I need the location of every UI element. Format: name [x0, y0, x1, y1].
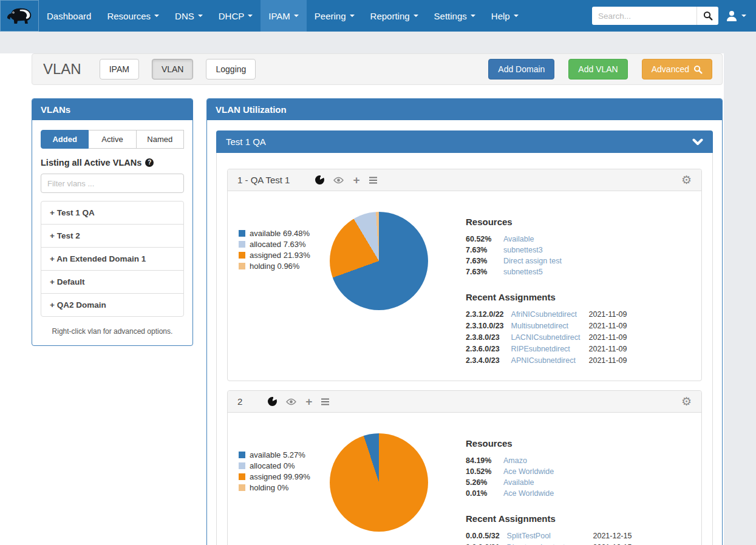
- provision-logo[interactable]: [0, 0, 39, 32]
- assignment-date: 2021-11-09: [588, 345, 627, 353]
- assignment-link[interactable]: Multisubnetdirect: [511, 322, 581, 330]
- collapse-chevron-icon[interactable]: [692, 138, 703, 146]
- vlan-list-item[interactable]: + Test 1 QA: [41, 201, 183, 224]
- legend-item: available 69.48%: [239, 229, 324, 238]
- resource-link[interactable]: Amazo: [503, 456, 554, 465]
- plus-icon[interactable]: +: [305, 398, 312, 406]
- resource-link[interactable]: Available: [503, 235, 562, 243]
- search-input[interactable]: [592, 7, 696, 25]
- assignment-date: 2021-11-09: [588, 310, 627, 319]
- resource-percent: 84.19%: [466, 456, 503, 465]
- assignments-list: 0.0.0.5/32 SplitTestPool 2021-12-15 0.0.…: [466, 532, 632, 545]
- chevron-down-icon: [154, 15, 159, 17]
- listing-label: Listing all Active VLANs ?: [41, 158, 184, 168]
- chevron-down-icon: [350, 15, 355, 17]
- vlan-chart-panel-2: 2 +: [227, 390, 702, 545]
- nav-item-label: Dashboard: [47, 11, 91, 21]
- eye-icon[interactable]: [286, 398, 296, 405]
- nav-item[interactable]: Resources: [99, 0, 167, 32]
- header-action-button[interactable]: Add Domain: [488, 59, 554, 80]
- nav-item-label: IPAM: [268, 11, 290, 21]
- domain-group-body: 1 - QA Test 1 +: [216, 153, 713, 545]
- legend-swatch: [239, 230, 245, 237]
- vlan-filter-tabs: Added Active Named: [41, 130, 184, 149]
- plus-icon[interactable]: +: [353, 176, 359, 184]
- gear-icon[interactable]: ⚙: [681, 174, 692, 186]
- search-button[interactable]: [696, 7, 718, 25]
- assignment-link[interactable]: AfriNICsubnetdirect: [511, 310, 581, 319]
- legend-label: assigned 21.93%: [250, 251, 310, 260]
- assignment-date: 2021-11-09: [588, 356, 627, 365]
- domain-group-bar[interactable]: Test 1 QA: [216, 130, 713, 153]
- resources-list: 84.19% Amazo 10.52% Ace Worldwide 5.26% …: [466, 456, 632, 498]
- legend-label: allocated 7.63%: [250, 240, 306, 249]
- view-tab-button[interactable]: IPAM: [100, 59, 139, 80]
- chevron-down-icon: [471, 15, 475, 17]
- nav-item[interactable]: Reporting: [363, 0, 426, 32]
- assignment-block: 2.3.8.0/23: [466, 333, 504, 342]
- list-icon[interactable]: [321, 397, 329, 407]
- assignment-link[interactable]: APNICsubnetdirect: [511, 356, 581, 365]
- resource-percent: 60.52%: [466, 235, 503, 243]
- vlan-list-item[interactable]: + QA2 Domain: [41, 293, 183, 316]
- legend-item: available 5.27%: [239, 450, 324, 459]
- legend-label: available 69.48%: [250, 229, 310, 238]
- vlan-list-item[interactable]: + Test 2: [41, 224, 183, 247]
- list-icon[interactable]: [369, 175, 377, 185]
- legend-swatch: [239, 252, 245, 259]
- vlan-list-item[interactable]: + An Extended Domain 1: [41, 247, 183, 270]
- pie-chart-icon[interactable]: [268, 397, 277, 406]
- resource-link[interactable]: Available: [503, 478, 554, 487]
- help-icon[interactable]: ?: [145, 158, 154, 167]
- nav-item[interactable]: DNS: [167, 0, 211, 32]
- resource-percent: 5.26%: [466, 478, 503, 487]
- view-tab-button[interactable]: Logging: [206, 59, 256, 80]
- resource-percent: 7.63%: [466, 257, 503, 265]
- nav-item[interactable]: Dashboard: [39, 0, 99, 32]
- search-icon: [693, 65, 703, 74]
- nav-item-label: Resources: [107, 11, 151, 21]
- resources-heading: Resources: [466, 217, 627, 227]
- assignment-block: 0.0.0.5/32: [466, 532, 500, 540]
- vlan-filter-tab[interactable]: Named: [137, 130, 184, 149]
- resource-link[interactable]: Ace Worldwide: [503, 489, 554, 498]
- eye-icon[interactable]: [333, 177, 344, 184]
- vlan-filter-input[interactable]: [41, 174, 184, 193]
- nav-item[interactable]: IPAM: [261, 0, 307, 32]
- nav-item[interactable]: DHCP: [211, 0, 261, 32]
- legend-label: holding 0.96%: [250, 262, 299, 271]
- legend-item: assigned 21.93%: [239, 251, 324, 260]
- view-tab-button[interactable]: VLAN: [152, 59, 194, 80]
- gear-icon[interactable]: ⚙: [681, 396, 692, 407]
- nav-item[interactable]: Help: [483, 0, 526, 32]
- header-action-button[interactable]: Advanced: [642, 59, 712, 80]
- pie-chart-icon[interactable]: [315, 175, 324, 184]
- assignment-link[interactable]: RIPEsubnetdirect: [511, 345, 581, 353]
- vlan-chart-panel-1: 1 - QA Test 1 +: [227, 169, 702, 381]
- header-action-button[interactable]: Add VLAN: [568, 59, 627, 80]
- nav-item[interactable]: Settings: [426, 0, 483, 32]
- vlan-filter-tab[interactable]: Active: [89, 130, 136, 149]
- user-menu[interactable]: [726, 0, 746, 32]
- vlan-filter-tab[interactable]: Added: [41, 130, 89, 149]
- resource-percent: 0.01%: [466, 489, 503, 498]
- domain-group-title: Test 1 QA: [226, 137, 266, 147]
- assignment-block: 2.3.10.0/23: [466, 322, 504, 330]
- legend-label: allocated 0%: [250, 461, 295, 470]
- assignment-link[interactable]: LACNICsubnetdirect: [511, 333, 581, 342]
- assignment-date: 2021-11-09: [588, 322, 627, 330]
- legend-item: holding 0.96%: [239, 262, 324, 271]
- nav-item[interactable]: Peering: [307, 0, 363, 32]
- legend-swatch: [239, 484, 245, 491]
- resource-link[interactable]: subnettest3: [503, 246, 562, 254]
- resource-link[interactable]: Direct assign test: [503, 257, 562, 265]
- vlan-chart-title: 2: [237, 396, 242, 407]
- chevron-down-icon: [198, 15, 203, 17]
- resource-link[interactable]: Ace Worldwide: [503, 467, 554, 476]
- legend-swatch: [239, 473, 245, 480]
- vlan-list: + Test 1 QA + Test 2 + An Extended Domai…: [41, 201, 184, 317]
- vlan-list-item[interactable]: + Default: [41, 270, 183, 293]
- search-icon: [703, 11, 713, 21]
- resource-link[interactable]: subnettest5: [503, 268, 562, 276]
- assignment-link[interactable]: SplitTestPool: [507, 532, 565, 540]
